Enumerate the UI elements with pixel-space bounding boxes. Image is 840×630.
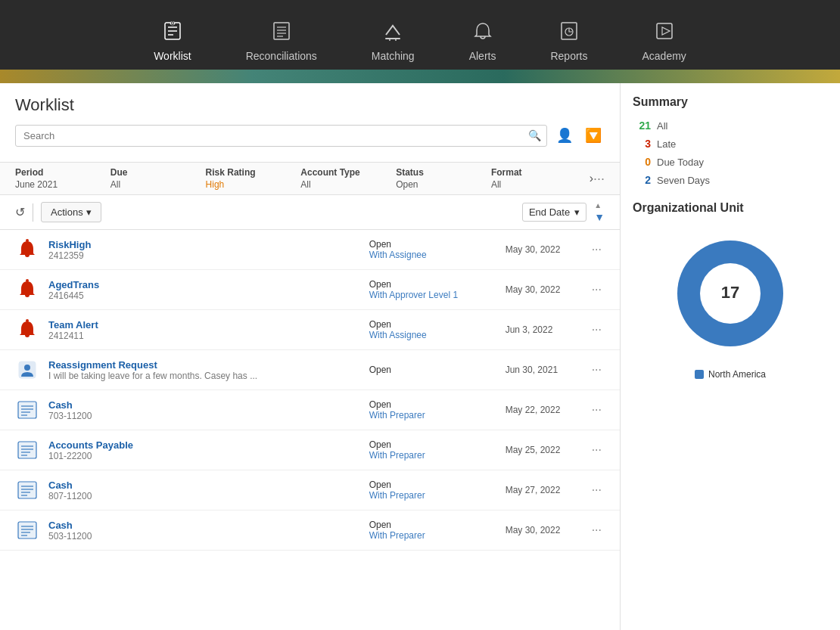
filter-icon[interactable]: 🔽 [582,124,605,147]
list-item[interactable]: AgedTrans 2416445 Open With Approver Lev… [0,270,620,310]
filter-due-value[interactable]: All [110,179,206,190]
item-menu-button[interactable]: ··· [589,243,605,256]
reconciliations-icon [272,21,291,45]
filter-risk: Risk Rating High [206,167,301,190]
item-icon [15,478,39,502]
donut-legend: North America [695,369,766,380]
nav-label-reconciliations: Reconciliations [246,50,317,62]
item-id: 2412359 [48,250,369,261]
nav-item-academy[interactable]: Academy [630,15,698,68]
item-info: Cash 503-11200 [48,520,369,542]
summary-item[interactable]: 0 Due Today [633,156,828,168]
nav-item-worklist[interactable]: Worklist [142,15,204,68]
summary-count: 0 [633,156,651,168]
search-input[interactable] [15,125,547,147]
worklist-list: RiskHigh 2412359 Open With Assignee May … [0,230,620,630]
sort-down-icon[interactable]: ▼ [594,211,605,223]
item-icon [15,398,39,422]
item-icon [15,518,39,542]
summary-label: Seven Days [657,175,710,186]
status-open: Open [369,279,506,290]
search-icon[interactable]: 🔍 [528,129,541,141]
status-sub: With Preparer [369,410,506,421]
item-menu-button[interactable]: ··· [589,283,605,296]
filter-status-value[interactable]: Open [396,179,491,190]
item-status: Open [369,365,506,375]
filter-risk-value[interactable]: High [206,179,301,190]
user-filter-icon[interactable]: 👤 [553,124,576,147]
filter-due: Due All [110,167,206,190]
svg-rect-23 [18,402,36,418]
status-sub: With Preparer [369,450,506,461]
filter-more-icon[interactable]: ··· [593,171,605,187]
list-item[interactable]: Reassignment Request I will be taking le… [0,350,620,390]
item-menu-button[interactable]: ··· [589,523,605,537]
nav-item-reconciliations[interactable]: Reconciliations [234,15,329,68]
svg-point-5 [172,23,173,24]
item-menu-button[interactable]: ··· [589,363,605,377]
item-date: Jun 30, 2021 [506,365,589,375]
nav-items: Worklist Reconciliations [142,15,698,68]
status-sub: With Preparer [369,530,506,541]
item-name: RiskHigh [48,239,369,250]
list-item[interactable]: Cash 807-11200 Open With Preparer May 27… [0,470,620,511]
item-status: Open With Assignee [369,319,506,340]
status-sub: With Assignee [369,330,506,340]
svg-rect-13 [385,38,400,39]
actions-dropdown-icon: ▾ [86,206,92,218]
right-panel: Summary 21 All 3 Late 0 Due Today 2 Seve… [621,83,840,630]
item-info: Reassignment Request I will be taking le… [48,359,369,381]
summary-item[interactable]: 3 Late [633,138,828,150]
alerts-icon [473,21,493,45]
item-date: May 30, 2022 [506,284,589,295]
item-menu-button[interactable]: ··· [589,443,605,457]
top-navigation: Worklist Reconciliations [0,0,840,83]
item-status: Open With Preparer [369,520,506,541]
item-status: Open With Preparer [369,479,506,501]
sort-select[interactable]: End Date ▾ [522,203,586,222]
item-status: Open With Assignee [369,239,506,260]
nav-label-worklist: Worklist [154,50,191,62]
filter-account-type-label: Account Type [300,167,396,178]
item-menu-button[interactable]: ··· [589,403,605,417]
nav-item-reports[interactable]: Reports [538,15,599,68]
item-date: May 30, 2022 [506,244,589,255]
summary-item[interactable]: 2 Seven Days [633,174,828,186]
list-item[interactable]: RiskHigh 2412359 Open With Assignee May … [0,230,620,270]
toolbar-divider [33,203,33,222]
refresh-button[interactable]: ↺ [15,205,25,219]
summary-item[interactable]: 21 All [633,119,828,132]
nav-label-academy: Academy [642,50,686,62]
item-name: Cash [48,479,369,491]
nav-item-alerts[interactable]: Alerts [457,15,509,68]
list-item[interactable]: Cash 503-11200 Open With Preparer May 30… [0,511,620,551]
sort-up-icon[interactable]: ▲ [594,201,605,209]
item-info: Team Alert 2412411 [48,319,369,341]
list-item[interactable]: Team Alert 2412411 Open With Assignee Ju… [0,310,620,350]
filter-period-value[interactable]: June 2021 [15,179,110,190]
status-open: Open [369,479,506,490]
item-name: AgedTrans [48,279,369,290]
filter-account-type-value[interactable]: All [300,179,396,190]
item-menu-button[interactable]: ··· [589,323,605,337]
item-id: I will be taking leave for a few months.… [48,371,369,381]
filter-risk-label: Risk Rating [206,167,301,178]
worklist-header: Worklist 🔍 👤 🔽 [0,83,620,162]
status-open: Open [369,399,506,410]
status-open: Open [369,520,506,530]
filter-format-value[interactable]: All [491,179,586,190]
list-item[interactable]: Cash 703-11200 Open With Preparer May 22… [0,390,620,430]
summary-items: 21 All 3 Late 0 Due Today 2 Seven Days [633,119,828,186]
nav-label-reports: Reports [550,50,587,62]
svg-rect-38 [18,522,36,538]
svg-rect-33 [18,482,36,498]
filter-format-label: Format [491,167,586,178]
svg-marker-17 [662,27,670,35]
filter-format: Format All [491,167,586,190]
item-menu-button[interactable]: ··· [589,483,605,497]
actions-button[interactable]: Actions ▾ [41,202,101,222]
list-item[interactable]: Accounts Payable 101-22200 Open With Pre… [0,430,620,470]
nav-item-matching[interactable]: Matching [359,15,427,68]
status-open: Open [369,319,506,330]
filter-period: Period June 2021 [15,167,110,190]
